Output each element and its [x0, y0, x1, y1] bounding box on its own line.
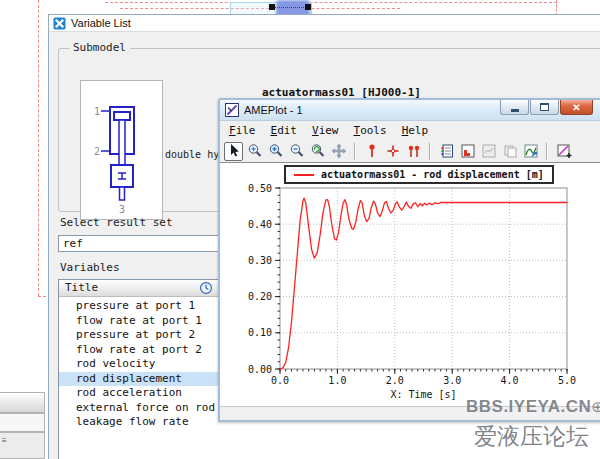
select-cursor-button[interactable]: [224, 142, 243, 161]
plot-canvas[interactable]: 0.01.02.03.04.05.00.000.100.200.300.400.…: [220, 163, 600, 406]
window-title: Variable List: [71, 17, 131, 29]
window-title: AMEPlot - 1: [244, 104, 303, 116]
svg-text:0.10: 0.10: [248, 327, 272, 338]
toolbar-separator: [429, 143, 431, 160]
desktop-background: ≡ Variable List Submodel: [0, 0, 600, 459]
grip-icon: ≡: [2, 436, 7, 445]
submodel-preview: 1 2 3: [80, 80, 163, 220]
variable-list-window-icon: [53, 17, 66, 30]
selection-dash-line: [38, 0, 39, 296]
plot-area[interactable]: 0.01.02.03.04.05.00.000.100.200.300.400.…: [220, 163, 600, 406]
watermark-compass-icon: ⊕: [591, 398, 600, 415]
svg-text:0.50: 0.50: [248, 183, 272, 194]
menu-tools[interactable]: Tools: [354, 124, 387, 137]
menu-edit[interactable]: Edit: [271, 124, 298, 137]
selection-dash-line: [105, 2, 557, 3]
menu-bar: FileEditViewToolsHelp: [220, 121, 600, 140]
copy-button-disabled[interactable]: [500, 142, 519, 161]
new-plot-button[interactable]: [554, 142, 573, 161]
maximize-button[interactable]: [530, 100, 559, 115]
curves-button[interactable]: [521, 142, 540, 161]
watermark-text-cn: 爱液压论坛: [474, 421, 589, 452]
svg-text:5.0: 5.0: [558, 375, 576, 386]
toolbar-separator: [354, 143, 356, 160]
menu-file[interactable]: File: [229, 124, 256, 137]
selection-dotted-link: [274, 7, 308, 8]
svg-text:3.0: 3.0: [443, 375, 461, 386]
legend-label: actuatormass01 - rod displacement [m]: [321, 169, 544, 180]
marker-button[interactable]: [362, 142, 381, 161]
pan-button[interactable]: [329, 142, 348, 161]
zoom-out-button[interactable]: [287, 142, 306, 161]
close-icon: ✕: [572, 102, 580, 113]
markers-pair-button[interactable]: [404, 142, 423, 161]
histogram-button[interactable]: [458, 142, 477, 161]
port-label-1: 1: [94, 106, 100, 117]
svg-text:0.20: 0.20: [248, 291, 272, 302]
result-set-value: ref: [63, 237, 83, 250]
zoom-in-button[interactable]: [266, 142, 285, 161]
port-label-3: 3: [119, 204, 125, 215]
variables-list-button[interactable]: [437, 142, 456, 161]
toolbar-separator: [546, 143, 548, 160]
background-panel: [0, 413, 45, 432]
svg-text:0.40: 0.40: [248, 219, 272, 230]
toolbar: [220, 140, 600, 163]
zoom-reset-button[interactable]: [308, 142, 327, 161]
variables-label: Variables: [60, 261, 120, 274]
background-panel: ≡: [0, 432, 45, 459]
clock-icon[interactable]: [199, 281, 213, 295]
submodel-group-label: Submodel: [69, 41, 130, 54]
crosshair-button[interactable]: [383, 142, 402, 161]
svg-text:0.0: 0.0: [271, 375, 289, 386]
zoom-select-button[interactable]: [245, 142, 264, 161]
watermark-text: BBS.IYEYA.CN⊕: [466, 397, 600, 417]
overlay-plot-button-disabled[interactable]: [479, 142, 498, 161]
legend-line-sample: [294, 174, 314, 176]
minimize-button[interactable]: [500, 100, 529, 115]
svg-text:X: Time [s]: X: Time [s]: [390, 389, 456, 400]
minimize-icon: [511, 109, 519, 112]
svg-text:0.30: 0.30: [248, 255, 272, 266]
svg-text:1.0: 1.0: [328, 375, 346, 386]
variables-header-title: Title: [65, 281, 98, 294]
close-button[interactable]: ✕: [560, 100, 593, 115]
plot-legend[interactable]: actuatormass01 - rod displacement [m]: [284, 165, 554, 184]
background-panel: [0, 392, 45, 413]
result-set-label: Select result set: [60, 216, 173, 229]
svg-text:0.00: 0.00: [248, 364, 272, 375]
svg-text:2.0: 2.0: [386, 375, 404, 386]
menu-help[interactable]: Help: [402, 124, 429, 137]
svg-text:4.0: 4.0: [501, 375, 519, 386]
variable-list-titlebar[interactable]: Variable List: [49, 15, 600, 32]
port-label-2: 2: [94, 146, 100, 157]
menu-view[interactable]: View: [312, 124, 339, 137]
selection-handle: [305, 4, 311, 10]
ameplot-titlebar[interactable]: AMEPlot - 1 ✕: [220, 100, 600, 121]
selection-handle: [269, 4, 275, 10]
ameplot-window-icon: [225, 103, 239, 117]
maximize-icon: [540, 103, 549, 111]
ameplot-window: AMEPlot - 1 ✕ FileEditViewToolsHelp: [218, 98, 600, 422]
